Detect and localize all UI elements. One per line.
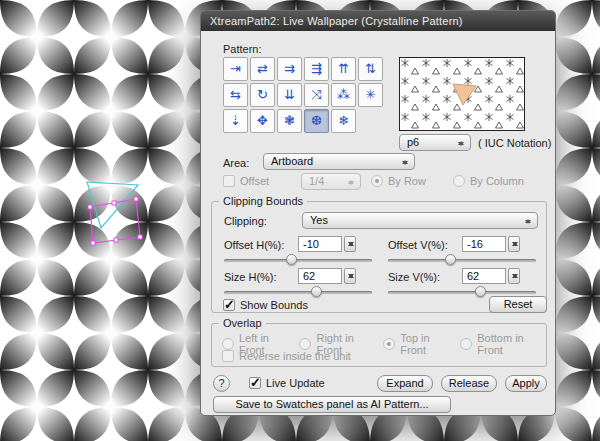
pattern-button[interactable]: ⇄ [250,57,275,81]
pattern-button[interactable]: ⇶ [304,57,329,81]
popup-arrows-icon [402,157,409,168]
pattern-preview[interactable] [399,57,525,131]
pattern-button[interactable]: ❆ [304,109,329,133]
offset-v-stepper[interactable] [508,236,520,252]
popup-arrows-icon [525,216,532,227]
live-update-label: Live Update [266,377,325,389]
clipping-label: Clipping: [224,215,267,227]
clipping-value: Yes [310,214,328,226]
slider-thumb[interactable] [311,286,322,297]
pattern-button[interactable]: ⤨ [304,83,329,107]
radio-dot [453,175,465,187]
reverse-inside-label: Reverse inside the unit [239,350,351,362]
size-v-label: Size V(%): [388,271,440,283]
overlap-group: Overlap Left in Front Right in Front Top… [211,323,547,367]
help-button[interactable]: ? [213,375,230,392]
size-h-stepper[interactable] [344,268,356,284]
size-v-input[interactable]: 62 [462,268,506,284]
pattern-button[interactable]: ⇉ [277,57,302,81]
checkbox-box [223,299,235,311]
offset-h-input[interactable]: -10 [298,236,342,252]
notation-select[interactable]: p6 [399,134,471,151]
pattern-button[interactable]: ❃ [277,109,302,133]
reverse-inside-checkbox[interactable]: Reverse inside the unit [222,350,351,362]
slider-thumb[interactable] [286,254,297,265]
area-select[interactable]: Artboard [263,153,415,170]
live-wallpaper-dialog: XtreamPath2: Live Wallpaper (Crystalline… [200,10,556,416]
pattern-button[interactable]: ⇥ [223,57,248,81]
by-row-radio[interactable]: By Row [371,175,426,187]
expand-button[interactable]: Expand [377,375,433,392]
radio-dot [460,338,472,350]
checkbox-box [223,175,235,187]
checkbox-box [222,350,234,362]
size-v-stepper[interactable] [508,268,520,284]
pattern-button[interactable]: ❄ [331,109,356,133]
dialog-title: XtreamPath2: Live Wallpaper (Crystalline… [210,15,463,27]
notation-label: ( IUC Notation) [478,137,551,149]
dialog-titlebar[interactable]: XtreamPath2: Live Wallpaper (Crystalline… [201,11,555,31]
show-bounds-label: Show Bounds [240,299,308,311]
slider-track [224,259,372,262]
slider-track [388,259,536,262]
overlap-top-label: Top in Front [400,332,448,356]
magenta-selection-path[interactable] [90,199,140,243]
pattern-button[interactable]: ⇊ [277,83,302,107]
slider-thumb[interactable] [445,254,456,265]
overlap-top-radio[interactable]: Top in Front [383,332,448,356]
size-h-slider[interactable] [224,286,372,298]
notation-value: p6 [407,136,419,148]
offset-checkbox[interactable]: Offset [223,175,269,187]
slider-thumb[interactable] [475,286,486,297]
show-bounds-checkbox[interactable]: Show Bounds [223,299,308,311]
pattern-button[interactable]: ⇣ [223,109,248,133]
area-value: Artboard [271,155,313,167]
clipping-bounds-title: Clipping Bounds [219,195,307,207]
fraction-value: 1/4 [309,175,324,187]
live-update-checkbox[interactable]: Live Update [249,377,325,389]
radio-dot [299,338,311,350]
save-to-swatches-button[interactable]: Save to Swatches panel as AI Pattern... [213,396,451,413]
pattern-button[interactable]: ✥ [250,109,275,133]
overlap-title: Overlap [219,317,266,329]
offset-h-slider[interactable] [224,254,372,266]
by-column-label: By Column [470,175,524,187]
slider-track [224,291,372,294]
pattern-button[interactable]: ⇆ [223,83,248,107]
popup-arrows-icon [458,138,465,149]
overlap-bottom-radio[interactable]: Bottom in Front [460,332,540,356]
radio-dot [371,175,383,187]
offset-h-label: Offset H(%): [224,239,284,251]
reset-button[interactable]: Reset [489,296,547,313]
radio-dot [222,338,234,350]
checkbox-box [249,377,261,389]
by-row-label: By Row [388,175,426,187]
release-button[interactable]: Release [441,375,497,392]
pattern-label: Pattern: [223,43,262,55]
size-h-label: Size H(%): [224,271,277,283]
pattern-button[interactable]: ⁂ [331,83,356,107]
pattern-button[interactable]: ✳ [358,83,383,107]
slider-track [388,291,536,294]
radio-dot [383,338,395,350]
pattern-grid: ⇥⇄⇉⇶⇈⇅⇆↻⇊⤨⁂✳⇣✥❃❆❄ [223,57,387,133]
offset-v-slider[interactable] [388,254,536,266]
offset-v-input[interactable]: -16 [462,236,506,252]
by-column-radio[interactable]: By Column [453,175,524,187]
popup-arrows-icon [348,177,355,188]
pattern-button[interactable]: ⇈ [331,57,356,81]
offset-checkbox-label: Offset [240,175,269,187]
size-h-input[interactable]: 62 [298,268,342,284]
apply-button[interactable]: Apply [505,375,547,392]
pattern-button[interactable]: ⇅ [358,57,383,81]
clipping-select[interactable]: Yes [302,212,538,229]
offset-h-stepper[interactable] [344,236,356,252]
offset-v-label: Offset V(%): [388,239,448,251]
pattern-button[interactable]: ↻ [250,83,275,107]
area-label: Area: [223,157,249,169]
overlap-bottom-label: Bottom in Front [477,332,540,356]
offset-fraction-select[interactable]: 1/4 [301,173,361,190]
